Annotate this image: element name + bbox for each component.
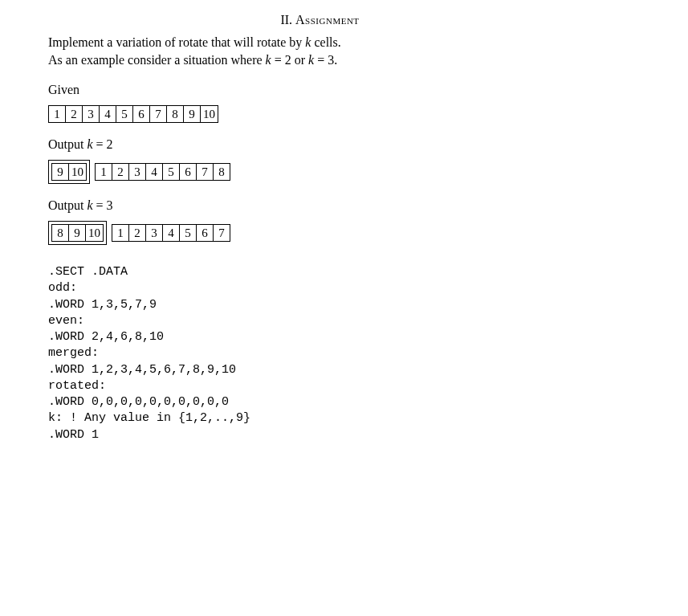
output-k3-head-strip: 8910 xyxy=(51,224,104,242)
array-cell: 2 xyxy=(66,106,83,122)
output-k2-head-box: 910 xyxy=(48,160,90,184)
array-cell: 8 xyxy=(167,106,184,122)
array-cell: 6 xyxy=(197,225,214,241)
array-cell: 3 xyxy=(129,164,146,180)
array-cell: 6 xyxy=(180,164,197,180)
array-cell: 1 xyxy=(49,106,66,122)
array-cell: 9 xyxy=(69,225,86,241)
code-listing: .SECT .DATA odd: .WORD 1,3,5,7,9 even: .… xyxy=(48,264,640,443)
array-cell: 6 xyxy=(133,106,150,122)
intro-line-2: As an example consider a situation where… xyxy=(48,51,640,69)
array-cell: 9 xyxy=(52,164,69,180)
output-k3-head-box: 8910 xyxy=(48,221,107,245)
array-cell: 5 xyxy=(180,225,197,241)
array-cell: 1 xyxy=(112,225,129,241)
array-cell: 10 xyxy=(201,106,218,122)
array-cell: 1 xyxy=(96,164,112,180)
array-cell: 10 xyxy=(86,225,103,241)
array-cell: 2 xyxy=(112,164,129,180)
output-k3-array: 8910 1234567 xyxy=(48,221,640,245)
array-cell: 7 xyxy=(150,106,167,122)
array-cell: 5 xyxy=(116,106,133,122)
array-cell: 4 xyxy=(146,164,163,180)
section-number: II. xyxy=(280,13,292,27)
array-cell: 5 xyxy=(163,164,180,180)
output-k2-head-strip: 910 xyxy=(51,163,87,181)
output-k3-label: Output k = 3 xyxy=(48,198,640,213)
array-cell: 10 xyxy=(69,164,86,180)
array-cell: 3 xyxy=(83,106,100,122)
section-title-text: Assignment xyxy=(295,13,360,27)
output-k3-tail-strip: 1234567 xyxy=(112,224,230,242)
array-cell: 3 xyxy=(146,225,163,241)
output-k2-label: Output k = 2 xyxy=(48,137,640,152)
array-cell: 7 xyxy=(214,225,230,241)
array-cell: 4 xyxy=(163,225,180,241)
assignment-intro: Implement a variation of rotate that wil… xyxy=(48,34,640,68)
array-cell: 4 xyxy=(100,106,116,122)
given-array-box: 12345678910 xyxy=(48,105,218,123)
output-k3-tail-box: 1234567 xyxy=(112,224,230,242)
array-cell: 8 xyxy=(214,164,230,180)
array-cell: 7 xyxy=(197,164,214,180)
given-label: Given xyxy=(48,83,640,97)
given-strip: 12345678910 xyxy=(48,105,218,123)
output-k2-tail-strip: 12345678 xyxy=(95,163,230,181)
output-k2-array: 910 12345678 xyxy=(48,160,640,184)
given-array: 12345678910 xyxy=(48,105,640,123)
array-cell: 2 xyxy=(129,225,146,241)
intro-line-1: Implement a variation of rotate that wil… xyxy=(48,34,640,51)
array-cell: 9 xyxy=(184,106,201,122)
section-heading: II. Assignment xyxy=(0,13,640,27)
array-cell: 8 xyxy=(52,225,69,241)
output-k2-tail-box: 12345678 xyxy=(95,163,230,181)
